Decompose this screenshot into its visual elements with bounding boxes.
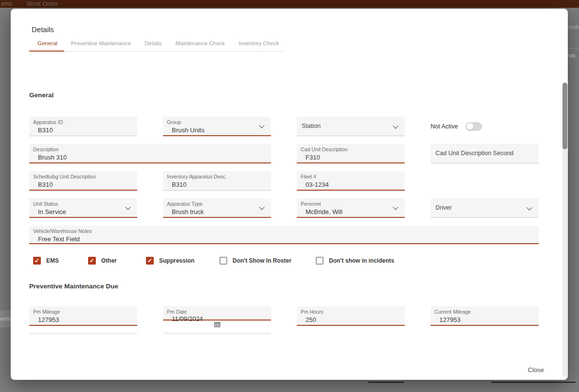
group-select[interactable]: Group Brush Units	[163, 117, 271, 136]
checkbox-dont-show-in-roster-label: Don't Show In Roster	[233, 257, 291, 264]
cad-unit-description-field[interactable]: Cad Unit Description F310	[297, 144, 405, 163]
station-label: Station	[302, 117, 405, 136]
vehicle-warehouse-notes-field[interactable]: Vehicle/Warehouse Notes Free Text Field	[29, 226, 539, 244]
background-table-line	[491, 382, 576, 383]
not-active-label: Not Active	[431, 123, 458, 130]
tab-general[interactable]: General	[29, 38, 64, 52]
not-active-toggle[interactable]	[466, 122, 482, 131]
driver-select[interactable]: Driver	[431, 198, 539, 218]
fleet-number-value: 03-1234	[306, 181, 405, 188]
apparatus-id-field[interactable]: Apparatus ID B310	[29, 117, 137, 136]
scheduling-unit-description-value: B310	[38, 181, 137, 188]
checkbox-suppression[interactable]: Suppression	[146, 257, 195, 265]
partial-field-top	[163, 332, 271, 335]
checkbox-dont-show-in-incidents-label: Don't show in incidents	[329, 257, 394, 264]
checkbox-dont-show-in-incidents[interactable]: Don't show in incidents	[316, 257, 394, 265]
vehicle-warehouse-notes-label: Vehicle/Warehouse Notes	[33, 228, 539, 234]
tab-maintenance-check[interactable]: Maintenance Check	[168, 38, 232, 52]
cad-unit-description-label: Cad Unit Description	[301, 146, 405, 152]
modal-title: Details	[32, 25, 54, 34]
pm-hours-field[interactable]: Pm Hours 250	[297, 306, 405, 326]
not-active-cell: Not Active	[431, 117, 539, 136]
unit-status-value: In Service	[38, 208, 137, 215]
modal-scrollbar-thumb[interactable]	[562, 83, 567, 149]
station-select[interactable]: Station	[297, 117, 405, 136]
checkbox-icon[interactable]	[219, 257, 227, 265]
modal-tab-bar: General Preventive Maintenance Details M…	[29, 38, 286, 52]
checkbox-suppression-label: Suppression	[159, 257, 195, 264]
background-table-line	[368, 382, 404, 383]
current-mileage-field[interactable]: Current Mileage 127953	[431, 306, 539, 326]
current-mileage-value: 127953	[439, 316, 539, 323]
tab-inventory-check[interactable]: Inventory Check	[232, 38, 286, 52]
checkbox-other[interactable]: Other	[88, 257, 117, 265]
description-field[interactable]: Description Brush 310	[29, 144, 271, 163]
personel-select[interactable]: Personel McBride, Will	[297, 198, 405, 218]
toggle-knob	[467, 123, 473, 130]
apparatus-type-label: Apparatus Type	[167, 201, 271, 207]
cad-unit-description-second-placeholder: Cad Unit Description Second	[435, 144, 539, 163]
checkbox-icon[interactable]	[146, 257, 154, 265]
background-divider	[567, 48, 579, 49]
unit-status-label: Unit Status	[33, 201, 137, 207]
preventive-maintenance-due-heading: Preventive Maintenance Due	[29, 283, 118, 290]
personel-label: Personel	[301, 201, 405, 207]
apparatus-type-select[interactable]: Apparatus Type Brush truck	[163, 198, 271, 218]
group-label: Group	[167, 119, 271, 125]
pm-mileage-value: 127953	[38, 316, 137, 323]
pm-mileage-field[interactable]: Pm Mileage 127953	[29, 306, 137, 326]
apparatus-id-value: B310	[38, 126, 137, 134]
personel-value: McBride, Will	[306, 208, 405, 215]
cad-unit-description-value: F310	[306, 154, 405, 161]
group-value: Brush Units	[172, 126, 271, 134]
checkbox-icon[interactable]	[316, 257, 324, 265]
checkbox-icon[interactable]	[88, 257, 96, 265]
pm-date-field[interactable]: Pm Date 11/09/2024	[163, 306, 271, 321]
topbar-work-order-label: Work Order	[27, 0, 58, 7]
apparatus-id-label: Apparatus ID	[33, 119, 137, 125]
checkbox-dont-show-in-roster[interactable]: Don't Show In Roster	[219, 257, 291, 265]
general-section-heading: General	[29, 91, 54, 99]
modal-scrollbar-track[interactable]	[562, 82, 567, 377]
pm-hours-label: Pm Hours	[301, 309, 405, 315]
apparatus-type-value: Brush truck	[172, 208, 271, 215]
tab-preventive-maintenance[interactable]: Preventive Maintenance	[64, 38, 138, 52]
unit-status-select[interactable]: Unit Status In Service	[29, 198, 137, 218]
details-modal: Details General Preventive Maintenance D…	[11, 9, 568, 380]
fleet-number-label: Fleet #	[301, 174, 405, 179]
inventory-apparatus-desc-field[interactable]: Inventory Apparatus Desc. B310	[163, 171, 271, 191]
pm-hours-value: 250	[306, 316, 405, 323]
description-label: Description	[33, 146, 271, 152]
checkbox-ems[interactable]: EMS	[33, 257, 59, 265]
pm-date-label: Pm Date	[167, 309, 271, 315]
pm-mileage-label: Pm Mileage	[33, 309, 137, 315]
checkbox-row: EMS Other Suppression Don't Show In Rost…	[11, 257, 568, 266]
pm-date-value: 11/09/2024	[172, 315, 271, 322]
scheduling-unit-description-field[interactable]: Schedluibg Unit Description B310	[29, 171, 137, 191]
checkbox-ems-label: EMS	[46, 257, 59, 264]
checkbox-icon[interactable]	[33, 257, 41, 265]
cad-unit-description-second-field[interactable]: Cad Unit Description Second	[431, 144, 539, 163]
scheduling-unit-description-label: Schedluibg Unit Description	[33, 174, 137, 179]
pm-date-cell: Pm Date 11/09/2024	[163, 306, 271, 327]
background-text-fragment: artm	[0, 316, 11, 321]
inventory-apparatus-desc-value: B310	[172, 181, 271, 188]
background-text-fragment: clude	[568, 24, 579, 30]
partial-field-top	[29, 332, 137, 335]
tab-details[interactable]: Details	[138, 38, 168, 52]
description-value: Brush 310	[38, 154, 271, 161]
current-mileage-label: Current Mileage	[434, 309, 539, 315]
vehicle-warehouse-notes-value: Free Text Field	[38, 235, 539, 243]
close-button[interactable]: Close	[528, 366, 544, 374]
topbar-fragment-left: ems	[1, 0, 12, 7]
checkbox-other-label: Other	[101, 257, 117, 264]
driver-label: Driver	[435, 198, 539, 217]
fleet-number-field[interactable]: Fleet # 03-1234	[297, 171, 405, 191]
inventory-apparatus-desc-label: Inventory Apparatus Desc.	[167, 174, 271, 179]
app-topbar: ems Work Order	[0, 0, 579, 8]
